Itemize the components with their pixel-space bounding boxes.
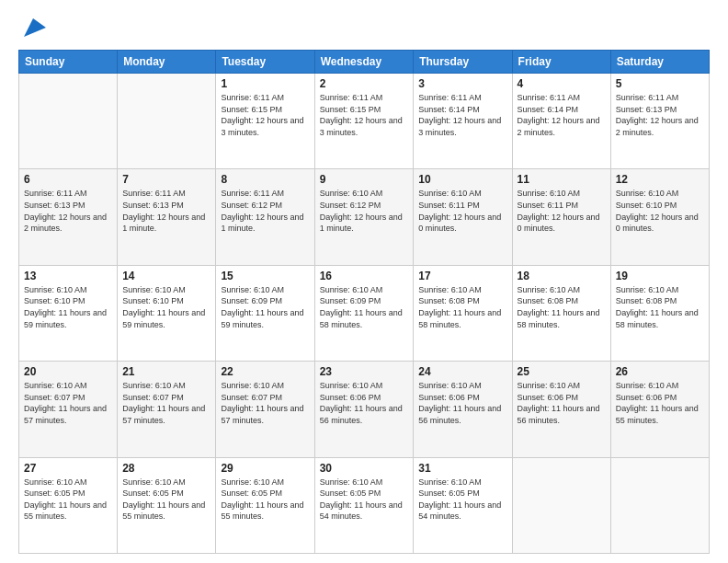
day-number: 14	[122, 270, 210, 282]
day-number: 16	[320, 270, 409, 282]
day-info: Sunrise: 6:10 AM Sunset: 6:05 PM Dayligh…	[320, 477, 409, 523]
day-number: 2	[320, 77, 409, 90]
day-info: Sunrise: 6:11 AM Sunset: 6:15 PM Dayligh…	[320, 92, 409, 138]
day-info: Sunrise: 6:10 AM Sunset: 6:09 PM Dayligh…	[221, 284, 309, 330]
day-number: 26	[616, 365, 704, 378]
day-info: Sunrise: 6:10 AM Sunset: 6:05 PM Dayligh…	[221, 477, 309, 523]
day-info: Sunrise: 6:10 AM Sunset: 6:07 PM Dayligh…	[221, 380, 309, 426]
calendar-cell: 29Sunrise: 6:10 AM Sunset: 6:05 PM Dayli…	[216, 457, 314, 553]
day-number: 8	[221, 173, 309, 186]
day-number: 5	[616, 77, 704, 90]
calendar-cell: 15Sunrise: 6:10 AM Sunset: 6:09 PM Dayli…	[216, 265, 314, 361]
calendar-table: SundayMondayTuesdayWednesdayThursdayFrid…	[18, 50, 710, 554]
day-info: Sunrise: 6:10 AM Sunset: 6:11 PM Dayligh…	[418, 188, 506, 234]
calendar-cell: 7Sunrise: 6:11 AM Sunset: 6:13 PM Daylig…	[118, 169, 216, 265]
day-info: Sunrise: 6:10 AM Sunset: 6:06 PM Dayligh…	[320, 380, 409, 426]
day-number: 28	[122, 462, 210, 475]
calendar-cell: 20Sunrise: 6:10 AM Sunset: 6:07 PM Dayli…	[19, 362, 118, 457]
header	[18, 15, 710, 40]
day-info: Sunrise: 6:10 AM Sunset: 6:08 PM Dayligh…	[518, 284, 606, 330]
day-number: 12	[616, 173, 704, 186]
calendar-cell: 17Sunrise: 6:10 AM Sunset: 6:08 PM Dayli…	[414, 265, 512, 361]
day-number: 27	[24, 462, 112, 475]
calendar-cell: 21Sunrise: 6:10 AM Sunset: 6:07 PM Dayli…	[118, 362, 216, 457]
day-number: 18	[518, 270, 606, 282]
day-info: Sunrise: 6:10 AM Sunset: 6:08 PM Dayligh…	[616, 284, 704, 330]
day-info: Sunrise: 6:10 AM Sunset: 6:06 PM Dayligh…	[518, 380, 606, 426]
day-number: 19	[616, 270, 704, 282]
calendar-cell: 27Sunrise: 6:10 AM Sunset: 6:05 PM Dayli…	[19, 457, 118, 553]
weekday-saturday: Saturday	[610, 51, 709, 74]
calendar-cell: 1Sunrise: 6:11 AM Sunset: 6:15 PM Daylig…	[216, 74, 314, 169]
day-info: Sunrise: 6:10 AM Sunset: 6:10 PM Dayligh…	[616, 188, 704, 234]
weekday-sunday: Sunday	[19, 51, 118, 74]
calendar-cell: 14Sunrise: 6:10 AM Sunset: 6:10 PM Dayli…	[118, 265, 216, 361]
calendar-cell: 11Sunrise: 6:10 AM Sunset: 6:11 PM Dayli…	[512, 169, 610, 265]
calendar-cell: 22Sunrise: 6:10 AM Sunset: 6:07 PM Dayli…	[216, 362, 314, 457]
day-number: 15	[221, 270, 309, 282]
day-info: Sunrise: 6:11 AM Sunset: 6:14 PM Dayligh…	[418, 92, 506, 138]
calendar-cell	[610, 457, 709, 553]
calendar-cell: 28Sunrise: 6:10 AM Sunset: 6:05 PM Dayli…	[118, 457, 216, 553]
calendar-cell: 31Sunrise: 6:10 AM Sunset: 6:05 PM Dayli…	[414, 457, 512, 553]
day-info: Sunrise: 6:10 AM Sunset: 6:06 PM Dayligh…	[418, 380, 506, 426]
day-number: 30	[320, 462, 409, 475]
day-number: 23	[320, 365, 409, 378]
calendar-cell: 5Sunrise: 6:11 AM Sunset: 6:13 PM Daylig…	[610, 74, 709, 169]
calendar-cell: 30Sunrise: 6:10 AM Sunset: 6:05 PM Dayli…	[314, 457, 414, 553]
day-number: 21	[122, 365, 210, 378]
day-number: 17	[418, 270, 506, 282]
calendar-cell: 10Sunrise: 6:10 AM Sunset: 6:11 PM Dayli…	[414, 169, 512, 265]
day-info: Sunrise: 6:10 AM Sunset: 6:10 PM Dayligh…	[122, 284, 210, 330]
calendar-cell: 6Sunrise: 6:11 AM Sunset: 6:13 PM Daylig…	[19, 169, 118, 265]
calendar-cell	[118, 74, 216, 169]
svg-marker-0	[24, 18, 46, 37]
day-info: Sunrise: 6:10 AM Sunset: 6:05 PM Dayligh…	[418, 477, 506, 523]
week-row-1: 1Sunrise: 6:11 AM Sunset: 6:15 PM Daylig…	[19, 74, 710, 169]
day-info: Sunrise: 6:10 AM Sunset: 6:08 PM Dayligh…	[418, 284, 506, 330]
day-number: 7	[122, 173, 210, 186]
day-number: 10	[418, 173, 506, 186]
day-number: 20	[24, 365, 112, 378]
weekday-tuesday: Tuesday	[216, 51, 314, 74]
calendar-cell: 19Sunrise: 6:10 AM Sunset: 6:08 PM Dayli…	[610, 265, 709, 361]
day-info: Sunrise: 6:10 AM Sunset: 6:10 PM Dayligh…	[24, 284, 112, 330]
calendar-cell: 12Sunrise: 6:10 AM Sunset: 6:10 PM Dayli…	[610, 169, 709, 265]
day-info: Sunrise: 6:10 AM Sunset: 6:06 PM Dayligh…	[616, 380, 704, 426]
weekday-friday: Friday	[512, 51, 610, 74]
day-number: 4	[518, 77, 606, 90]
day-info: Sunrise: 6:10 AM Sunset: 6:11 PM Dayligh…	[518, 188, 606, 234]
day-info: Sunrise: 6:11 AM Sunset: 6:13 PM Dayligh…	[616, 92, 704, 138]
weekday-thursday: Thursday	[414, 51, 512, 74]
day-info: Sunrise: 6:10 AM Sunset: 6:05 PM Dayligh…	[24, 477, 112, 523]
day-number: 24	[418, 365, 506, 378]
day-number: 3	[418, 77, 506, 90]
weekday-header-row: SundayMondayTuesdayWednesdayThursdayFrid…	[19, 51, 710, 74]
calendar-cell: 24Sunrise: 6:10 AM Sunset: 6:06 PM Dayli…	[414, 362, 512, 457]
calendar-cell: 26Sunrise: 6:10 AM Sunset: 6:06 PM Dayli…	[610, 362, 709, 457]
calendar-cell: 25Sunrise: 6:10 AM Sunset: 6:06 PM Dayli…	[512, 362, 610, 457]
calendar-cell: 9Sunrise: 6:10 AM Sunset: 6:12 PM Daylig…	[314, 169, 414, 265]
day-number: 11	[518, 173, 606, 186]
week-row-4: 20Sunrise: 6:10 AM Sunset: 6:07 PM Dayli…	[19, 362, 710, 457]
day-info: Sunrise: 6:10 AM Sunset: 6:12 PM Dayligh…	[320, 188, 409, 234]
calendar-cell: 13Sunrise: 6:10 AM Sunset: 6:10 PM Dayli…	[19, 265, 118, 361]
day-number: 9	[320, 173, 409, 186]
day-info: Sunrise: 6:11 AM Sunset: 6:13 PM Dayligh…	[24, 188, 112, 234]
weekday-monday: Monday	[118, 51, 216, 74]
weekday-wednesday: Wednesday	[314, 51, 414, 74]
week-row-3: 13Sunrise: 6:10 AM Sunset: 6:10 PM Dayli…	[19, 265, 710, 361]
day-info: Sunrise: 6:10 AM Sunset: 6:05 PM Dayligh…	[122, 477, 210, 523]
week-row-2: 6Sunrise: 6:11 AM Sunset: 6:13 PM Daylig…	[19, 169, 710, 265]
day-info: Sunrise: 6:11 AM Sunset: 6:14 PM Dayligh…	[518, 92, 606, 138]
day-info: Sunrise: 6:11 AM Sunset: 6:12 PM Dayligh…	[221, 188, 309, 234]
day-number: 25	[518, 365, 606, 378]
calendar-cell: 18Sunrise: 6:10 AM Sunset: 6:08 PM Dayli…	[512, 265, 610, 361]
day-number: 22	[221, 365, 309, 378]
calendar-page: SundayMondayTuesdayWednesdayThursdayFrid…	[0, 0, 728, 563]
calendar-cell: 4Sunrise: 6:11 AM Sunset: 6:14 PM Daylig…	[512, 74, 610, 169]
day-info: Sunrise: 6:11 AM Sunset: 6:15 PM Dayligh…	[221, 92, 309, 138]
day-info: Sunrise: 6:10 AM Sunset: 6:07 PM Dayligh…	[24, 380, 112, 426]
calendar-cell: 16Sunrise: 6:10 AM Sunset: 6:09 PM Dayli…	[314, 265, 414, 361]
day-number: 29	[221, 462, 309, 475]
